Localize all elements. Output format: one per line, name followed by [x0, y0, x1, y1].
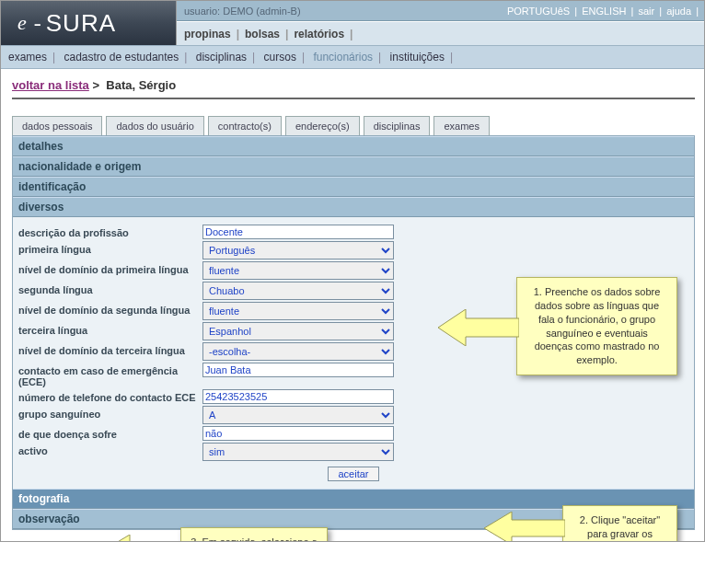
input-tel-ece[interactable] [202, 389, 394, 404]
nav-disciplinas[interactable]: disciplinas [196, 51, 247, 63]
link-ajuda[interactable]: ajuda [666, 6, 691, 17]
nav-cursos[interactable]: cursos [264, 51, 296, 63]
input-descricao-profissao[interactable] [202, 225, 394, 239]
select-grupo-sang[interactable]: A [202, 406, 394, 424]
menu-secondary: exames| cadastro de estudantes| discipli… [1, 45, 705, 69]
logo: e - SURA [1, 1, 176, 45]
callout-3: 3. Em seguida, seleccione a secção "foto… [180, 527, 328, 542]
input-doenca[interactable] [202, 426, 394, 441]
label-activo: activo [18, 443, 202, 456]
callout-1: 1. Preenche os dados sobre dados sobre a… [516, 277, 677, 375]
select-segunda-lingua[interactable]: Chuabo [202, 282, 394, 300]
callout-1-arrow-icon [438, 309, 519, 346]
menu-relatorios[interactable]: relatórios [294, 28, 344, 40]
tab-contracto[interactable]: contracto(s) [208, 116, 282, 135]
button-row: aceitar [18, 467, 688, 481]
section-nacionalidade[interactable]: nacionalidade e origem [13, 156, 694, 177]
nav-instituicoes[interactable]: instituições [390, 51, 445, 63]
nav-exames[interactable]: exames [8, 51, 47, 63]
top-links: PORTUGUêS | ENGLISH | sair | ajuda | [505, 6, 699, 17]
link-english[interactable]: ENGLISH [582, 6, 626, 17]
label-nivel-terceira: nível de domínio da terceira língua [18, 342, 202, 356]
svg-marker-1 [484, 512, 565, 542]
logo-dash: - [34, 11, 41, 36]
callout-2: 2. Clique "aceitar" para gravar os dados… [562, 505, 677, 542]
user-label: usuario: [184, 6, 220, 17]
menu-primary: propinas| bolsas| relatórios| [177, 21, 705, 45]
menu-bolsas[interactable]: bolsas [245, 28, 280, 40]
label-segunda-lingua: segunda língua [18, 282, 202, 295]
input-contacto-ece[interactable] [202, 363, 394, 377]
link-sair[interactable]: sair [638, 6, 654, 17]
breadcrumb-back[interactable]: voltar na lista [12, 78, 89, 92]
top-right: usuario: DEMO (admin-B) PORTUGUêS | ENGL… [176, 1, 705, 45]
tab-dados-pessoais[interactable]: dados pessoais [12, 116, 102, 135]
label-primeira-lingua: primeira língua [18, 241, 202, 255]
label-doenca: de que doença sofre [18, 426, 202, 440]
tab-endereco[interactable]: endereço(s) [285, 116, 360, 135]
callout-2-arrow-icon [484, 512, 565, 542]
select-terceira-lingua[interactable]: Espanhol [202, 322, 394, 340]
nav-cadastro[interactable]: cadastro de estudantes [64, 51, 179, 63]
user-value: DEMO (admin-B) [223, 6, 300, 17]
breadcrumb: voltar na lista > Bata, Sérgio [12, 78, 695, 99]
select-activo[interactable]: sim [202, 443, 394, 461]
select-nivel-segunda[interactable]: fluente [202, 302, 394, 320]
user-info: usuario: DEMO (admin-B) [184, 6, 301, 17]
select-primeira-lingua[interactable]: Português [202, 241, 394, 259]
breadcrumb-sep: > [92, 78, 99, 92]
section-detalhes[interactable]: detalhes [13, 136, 694, 156]
logo-e: e [17, 11, 27, 35]
select-nivel-terceira[interactable]: -escolha- [202, 342, 394, 361]
top-row: usuario: DEMO (admin-B) PORTUGUêS | ENGL… [177, 1, 705, 21]
label-tel-ece: número de telefone do contacto ECE [18, 389, 202, 403]
top-header: e - SURA usuario: DEMO (admin-B) PORTUGU… [1, 1, 705, 45]
tab-disciplinas[interactable]: disciplinas [364, 116, 431, 135]
menu-propinas[interactable]: propinas [184, 28, 231, 40]
aceitar-button[interactable]: aceitar [328, 467, 378, 481]
label-contacto-ece: contacto em caso de emergência (ECE) [18, 363, 202, 387]
svg-marker-2 [102, 535, 183, 542]
link-portugues[interactable]: PORTUGUêS [507, 6, 570, 17]
select-nivel-primeira[interactable]: fluente [202, 261, 394, 280]
label-grupo-sang: grupo sanguíneo [18, 406, 202, 420]
label-descricao-profissao: descrição da profissão [18, 225, 202, 238]
callout-3-arrow-icon [102, 535, 183, 542]
label-nivel-primeira: nível de domínio da primeira língua [18, 261, 202, 275]
tab-exames[interactable]: exames [433, 116, 490, 135]
nav-funcionarios[interactable]: funcionários [313, 51, 373, 63]
logo-text: SURA [46, 9, 116, 38]
tabs: dados pessoais dados do usuário contract… [12, 116, 695, 135]
breadcrumb-current: Bata, Sérgio [106, 78, 176, 92]
svg-marker-0 [438, 309, 519, 346]
tab-dados-usuario[interactable]: dados do usuário [106, 116, 203, 135]
section-identificacao[interactable]: identificação [13, 177, 694, 197]
section-diversos[interactable]: diversos [13, 197, 694, 217]
label-nivel-segunda: nível de domínio da segunda língua [18, 302, 202, 316]
label-terceira-lingua: terceira língua [18, 322, 202, 336]
